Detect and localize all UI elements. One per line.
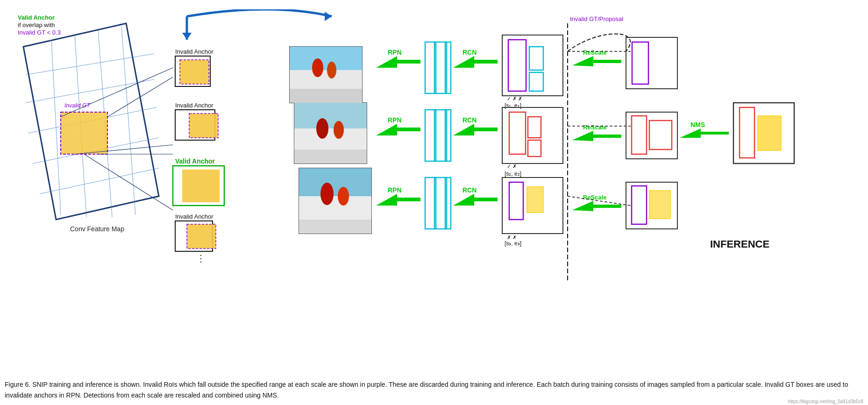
svg-text:Valid Anchor: Valid Anchor (18, 14, 55, 21)
svg-line-15 (84, 154, 173, 210)
svg-text:ReScale: ReScale (583, 194, 607, 201)
svg-text:ReScale: ReScale (583, 124, 607, 131)
svg-marker-55 (376, 56, 420, 68)
svg-rect-107 (632, 116, 647, 154)
svg-rect-47 (294, 149, 367, 163)
svg-rect-45 (294, 103, 367, 128)
svg-rect-52 (299, 220, 371, 234)
svg-text:✓ ✗ ✗: ✓ ✗ ✗ (507, 96, 522, 101)
diagram-svg: Invalid GT Conv Feature Map Valid Anchor… (14, 9, 855, 294)
svg-rect-62 (425, 42, 434, 93)
svg-text:RCN: RCN (462, 49, 477, 56)
svg-rect-110 (632, 186, 647, 224)
svg-rect-32 (182, 170, 220, 202)
svg-rect-115 (740, 107, 754, 158)
svg-rect-63 (436, 42, 445, 93)
svg-rect-79 (502, 35, 563, 96)
svg-line-11 (61, 68, 173, 117)
svg-rect-41 (290, 70, 362, 89)
svg-rect-111 (649, 191, 670, 219)
svg-rect-10 (61, 112, 107, 154)
svg-rect-106 (626, 112, 677, 159)
svg-rect-46 (294, 128, 367, 149)
svg-marker-23 (182, 33, 192, 40)
svg-point-43 (312, 58, 323, 77)
svg-rect-71 (436, 178, 445, 229)
svg-text:ReScale: ReScale (583, 49, 607, 56)
svg-text:✓ ✗: ✓ ✗ (507, 163, 517, 169)
svg-marker-77 (453, 194, 498, 206)
svg-text:✗ ✗: ✗ ✗ (507, 234, 517, 240)
svg-text:Conv Feature Map: Conv Feature Map (70, 225, 124, 233)
svg-rect-93 (527, 187, 543, 213)
svg-point-48 (316, 118, 328, 139)
svg-rect-67 (436, 110, 445, 161)
svg-text:⋮: ⋮ (196, 253, 206, 263)
svg-text:Invalid Anchor: Invalid Anchor (175, 102, 213, 109)
svg-marker-21 (325, 12, 332, 21)
svg-text:RCN: RCN (462, 186, 477, 194)
svg-marker-112 (680, 128, 729, 138)
svg-rect-81 (529, 47, 543, 70)
svg-text:[s₂, e₂]: [s₂, e₂] (505, 171, 521, 177)
svg-text:Invalid Anchor: Invalid Anchor (175, 48, 213, 55)
svg-text:INFERENCE: INFERENCE (710, 238, 769, 250)
svg-rect-87 (528, 117, 541, 138)
svg-rect-29 (189, 114, 218, 138)
caption-text: Figure 6. SNIP training and inference is… (5, 381, 848, 398)
svg-rect-66 (425, 110, 434, 161)
svg-rect-51 (299, 196, 371, 220)
svg-text:Valid Anchor: Valid Anchor (175, 157, 215, 165)
svg-text:Invalid GT/Proposal: Invalid GT/Proposal (570, 15, 623, 22)
svg-rect-68 (447, 110, 451, 161)
svg-rect-105 (632, 42, 648, 84)
svg-text:Invalid GT: Invalid GT (64, 102, 91, 109)
svg-marker-75 (453, 124, 498, 135)
svg-rect-26 (180, 60, 209, 84)
svg-rect-42 (290, 89, 362, 103)
svg-marker-57 (376, 124, 420, 135)
svg-text:RPN: RPN (388, 186, 402, 194)
svg-point-53 (320, 183, 334, 205)
svg-text:RCN: RCN (462, 116, 477, 124)
figure-caption: Figure 6. SNIP training and inference is… (5, 379, 863, 400)
svg-line-4 (121, 26, 135, 215)
svg-text:Invalid GT < 0.3: Invalid GT < 0.3 (18, 29, 61, 36)
main-container: Invalid GT Conv Feature Map Valid Anchor… (0, 0, 868, 405)
svg-point-49 (334, 121, 344, 139)
svg-rect-70 (425, 178, 434, 229)
svg-rect-40 (290, 47, 362, 70)
svg-rect-116 (758, 116, 781, 150)
svg-line-6 (26, 79, 154, 103)
svg-rect-72 (447, 178, 451, 229)
svg-text:NMS: NMS (690, 121, 705, 128)
svg-marker-102 (572, 201, 621, 211)
svg-marker-59 (376, 194, 420, 206)
svg-point-54 (338, 187, 349, 206)
svg-text:if overlap with: if overlap with (18, 21, 55, 28)
svg-rect-80 (508, 40, 526, 91)
svg-text:[s₃, e₃]: [s₃, e₃] (505, 240, 521, 247)
svg-rect-35 (187, 224, 216, 249)
svg-rect-85 (502, 107, 563, 163)
svg-rect-82 (529, 72, 543, 91)
svg-line-1 (51, 40, 61, 215)
svg-rect-104 (626, 37, 677, 89)
svg-point-44 (327, 62, 336, 78)
svg-marker-73 (453, 56, 498, 68)
svg-marker-98 (572, 56, 621, 66)
svg-marker-100 (572, 131, 621, 141)
svg-rect-64 (447, 42, 451, 93)
svg-rect-108 (649, 121, 672, 149)
caption-url: https://bigcorgi.net/img_5d41d3b5c8 (788, 399, 863, 404)
svg-text:Invalid Anchor: Invalid Anchor (175, 213, 213, 220)
svg-text:RPN: RPN (388, 116, 402, 124)
diagram-area: Invalid GT Conv Feature Map Valid Anchor… (14, 9, 854, 299)
svg-rect-92 (509, 182, 523, 220)
svg-text:RPN: RPN (388, 49, 402, 56)
svg-rect-50 (299, 168, 371, 196)
svg-rect-88 (528, 140, 541, 156)
svg-rect-86 (509, 112, 526, 154)
